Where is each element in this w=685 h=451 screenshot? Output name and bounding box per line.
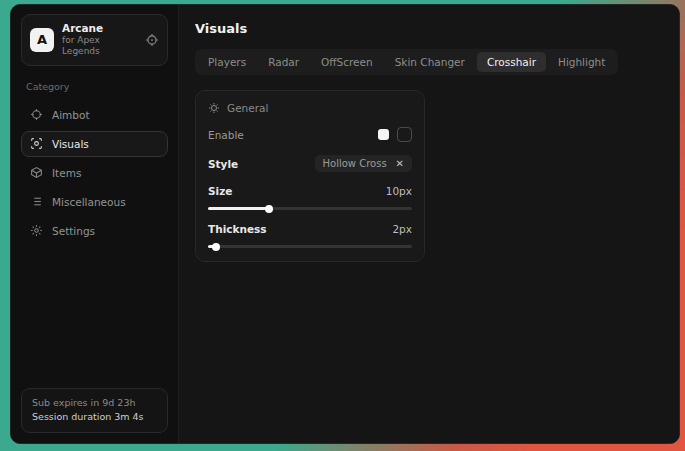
general-panel: General Enable Style Hollow Cross ✕ Size… — [195, 90, 425, 262]
sidebar-item-label: Settings — [52, 225, 95, 237]
sidebar-item-label: Miscellaneous — [52, 196, 126, 208]
scan-eye-icon — [30, 137, 43, 150]
brand-title: Arcane — [62, 22, 137, 35]
enable-label: Enable — [208, 129, 244, 141]
general-panel-header: General — [208, 102, 412, 114]
enable-row: Enable — [208, 127, 412, 142]
sidebar-item-label: Aimbot — [52, 109, 90, 121]
style-label: Style — [208, 158, 238, 170]
sidebar-item-miscellaneous[interactable]: Miscellaneous — [21, 189, 168, 215]
subscription-info-card: Sub expires in 9d 23h Session duration 3… — [21, 388, 168, 433]
size-value: 10px — [386, 185, 412, 197]
sidebar-item-items[interactable]: Items — [21, 160, 168, 186]
gear-icon — [30, 224, 43, 237]
thickness-label: Thickness — [208, 223, 267, 235]
tab-radar[interactable]: Radar — [258, 52, 309, 72]
style-value: Hollow Cross — [323, 158, 387, 169]
size-row: Size 10px — [208, 185, 412, 197]
tab-players[interactable]: Players — [198, 52, 256, 72]
tab-skin-changer[interactable]: Skin Changer — [385, 52, 475, 72]
tab-offscreen[interactable]: OffScreen — [311, 52, 383, 72]
sidebar-item-visuals[interactable]: Visuals — [21, 131, 168, 157]
page-title: Visuals — [195, 21, 663, 36]
sub-expires-text: Sub expires in 9d 23h — [32, 396, 157, 411]
style-row: Style Hollow Cross ✕ — [208, 155, 412, 172]
package-icon — [30, 166, 43, 179]
tab-highlight[interactable]: Highlight — [548, 52, 615, 72]
sidebar-item-label: Visuals — [52, 138, 89, 150]
sidebar-item-label: Items — [52, 167, 81, 179]
brand-logo: A — [30, 28, 54, 52]
sidebar: A Arcane for Apex Legends Category — [11, 5, 179, 443]
size-slider-thumb[interactable] — [265, 205, 273, 213]
thickness-row: Thickness 2px — [208, 223, 412, 235]
category-label: Category — [26, 81, 168, 92]
brand-card: A Arcane for Apex Legends — [21, 14, 168, 66]
app-window: A Arcane for Apex Legends Category — [10, 4, 680, 444]
visuals-tabbar: Players Radar OffScreen Skin Changer Cro… — [195, 49, 618, 75]
thickness-value: 2px — [392, 223, 412, 235]
size-slider-fill — [208, 207, 269, 210]
general-panel-title: General — [227, 102, 268, 114]
size-label: Size — [208, 185, 232, 197]
thickness-slider-thumb[interactable] — [212, 243, 220, 251]
sidebar-item-aimbot[interactable]: Aimbot — [21, 102, 168, 128]
enable-keybind-box[interactable] — [397, 127, 412, 142]
enable-checkbox[interactable] — [378, 129, 389, 140]
crosshair-settings-icon — [208, 102, 220, 114]
size-slider[interactable] — [208, 207, 412, 210]
brand-text: Arcane for Apex Legends — [62, 22, 137, 58]
list-icon — [30, 195, 43, 208]
sidebar-nav: Aimbot Visuals Items — [21, 102, 168, 244]
tab-crosshair[interactable]: Crosshair — [477, 52, 546, 72]
session-duration-text: Session duration 3m 4s — [32, 410, 157, 425]
target-icon[interactable] — [145, 33, 159, 47]
style-dropdown[interactable]: Hollow Cross ✕ — [315, 155, 412, 172]
crosshair-icon — [30, 108, 43, 121]
clear-style-icon[interactable]: ✕ — [396, 158, 404, 169]
sidebar-item-settings[interactable]: Settings — [21, 218, 168, 244]
brand-subtitle: for Apex Legends — [62, 35, 137, 58]
main-content: Visuals Players Radar OffScreen Skin Cha… — [179, 5, 679, 443]
thickness-slider[interactable] — [208, 245, 412, 248]
